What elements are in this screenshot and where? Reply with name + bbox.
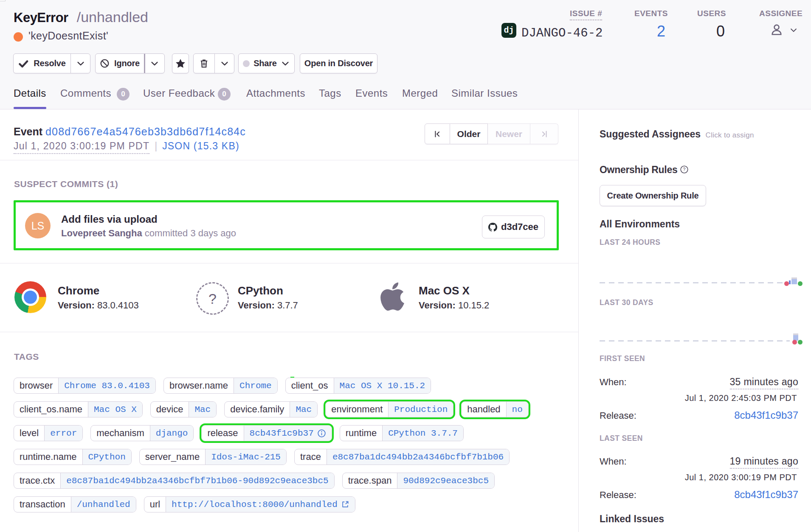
svg-text:?: ?	[683, 167, 686, 172]
